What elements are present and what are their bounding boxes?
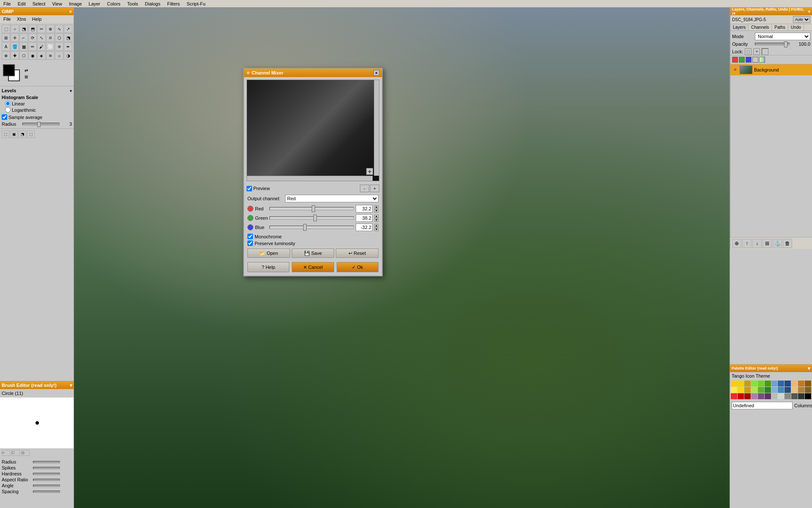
tool-free-select[interactable]: ⬔ <box>19 25 28 33</box>
tool-flip[interactable]: ⬔ <box>64 33 72 42</box>
menu-tools[interactable]: Tools <box>126 1 140 6</box>
preview-checkbox[interactable] <box>247 186 252 191</box>
tool-blend[interactable]: ▦ <box>19 42 28 51</box>
tool-smudge[interactable]: ≋ <box>46 51 55 60</box>
tab-paths[interactable]: Paths <box>772 24 788 30</box>
sample-avg-checkbox[interactable]: Sample average <box>2 114 72 120</box>
red-channel-icon[interactable] <box>732 57 738 63</box>
palette-color-swatch[interactable] <box>798 393 804 399</box>
tool-heal[interactable]: ✚ <box>11 51 19 60</box>
red-inc-btn[interactable]: ▲ <box>374 205 379 209</box>
tool-rotate[interactable]: ⟳ <box>28 33 37 42</box>
open-button[interactable]: 📂 Open <box>247 248 290 258</box>
brush-aspect-ratio-slider[interactable] <box>33 479 60 481</box>
reset-colors-btn[interactable]: ⊠ <box>25 75 28 79</box>
palette-color-swatch[interactable] <box>731 381 737 387</box>
green-inc-btn[interactable]: ▲ <box>374 215 379 218</box>
tab-layers[interactable]: Layers <box>730 24 749 30</box>
preserve-luminosity-row[interactable]: Preserve luminosity <box>247 240 379 246</box>
palette-color-swatch[interactable] <box>738 387 744 393</box>
brush-shape-square[interactable]: □ <box>11 450 20 456</box>
palette-color-swatch[interactable] <box>765 381 771 387</box>
tool-bucket-fill[interactable]: 🪣 <box>11 42 19 51</box>
indexed-icon[interactable] <box>759 57 765 63</box>
layers-filename-dropdown[interactable]: Auto <box>793 16 810 23</box>
palette-color-swatch[interactable] <box>758 393 764 399</box>
tool-paintbrush[interactable]: 🖌 <box>37 42 46 51</box>
palette-color-swatch[interactable] <box>771 381 778 387</box>
brush-shape-diamond[interactable]: ◇ <box>21 450 30 456</box>
menu-file[interactable]: File <box>2 1 13 6</box>
layer-visibility-eye[interactable]: 👁 <box>732 67 738 73</box>
palette-color-swatch[interactable] <box>785 393 791 399</box>
tool-clone[interactable]: ⊕ <box>2 51 10 60</box>
tool-ellipse-select[interactable]: ○ <box>11 25 19 33</box>
toolbox-close-btn[interactable]: × <box>69 9 72 14</box>
red-value-box[interactable]: 32.2 <box>356 205 373 213</box>
lock-checkbox[interactable] <box>762 48 768 55</box>
brush-spikes-slider[interactable] <box>33 467 60 469</box>
menu-script-fu[interactable]: Script-Fu <box>185 1 207 6</box>
palette-color-swatch[interactable] <box>765 393 771 399</box>
menu-edit[interactable]: Edit <box>16 1 27 6</box>
menu-colors[interactable]: Colors <box>105 1 122 6</box>
reset-button[interactable]: ↩ Reset <box>336 248 379 258</box>
tool-scissors[interactable]: ✂ <box>37 25 46 33</box>
tool-perspective[interactable]: ⬡ <box>55 33 63 42</box>
green-slider[interactable] <box>269 216 354 220</box>
menu-select[interactable]: Select <box>31 1 47 6</box>
levels-expand-btn[interactable]: ▾ <box>70 88 72 93</box>
palette-color-swatch[interactable] <box>731 387 737 393</box>
linear-radio[interactable]: Linear <box>5 101 72 106</box>
palette-color-swatch[interactable] <box>758 381 764 387</box>
menu-filters[interactable]: Filters <box>165 1 181 6</box>
brush-angle-slider[interactable] <box>33 485 60 487</box>
blue-channel-icon[interactable] <box>746 57 752 63</box>
ok-action-button[interactable]: ✓ Ok <box>337 262 379 272</box>
monochrome-checkbox[interactable] <box>247 234 253 239</box>
menu-layer[interactable]: Layer <box>87 1 102 6</box>
palette-search-input[interactable] <box>732 402 793 409</box>
palette-color-swatch[interactable] <box>791 393 798 399</box>
palette-color-swatch[interactable] <box>805 393 811 399</box>
palette-color-swatch[interactable] <box>751 381 757 387</box>
tool-option-btn-1[interactable]: ⬚ <box>2 130 9 138</box>
toolbox-menu-file[interactable]: File <box>2 17 13 22</box>
tab-undo[interactable]: Undo <box>788 24 804 30</box>
palette-color-swatch[interactable] <box>805 387 811 393</box>
red-slider[interactable] <box>269 207 354 210</box>
palette-color-swatch[interactable] <box>778 387 784 393</box>
preview-scrollbar-horizontal[interactable] <box>247 176 373 181</box>
palette-color-swatch[interactable] <box>744 381 751 387</box>
palette-color-swatch[interactable] <box>738 381 744 387</box>
lock-position-btn[interactable]: + <box>753 48 760 55</box>
toolbox-menu-xtns[interactable]: Xtns <box>15 17 28 22</box>
tool-option-btn-4[interactable]: ⬚ <box>27 130 35 138</box>
lower-layer-btn[interactable]: ↓ <box>752 239 762 248</box>
help-action-button[interactable]: ? Help <box>247 262 289 272</box>
dialog-titlebar[interactable]: ⊕ Channel Mixer × <box>244 69 382 77</box>
palette-color-swatch[interactable] <box>785 381 791 387</box>
tool-pencil[interactable]: ✏ <box>28 42 37 51</box>
zoom-out-btn[interactable]: - <box>360 185 369 192</box>
palette-color-swatch[interactable] <box>758 387 764 393</box>
tool-fuzzy-select[interactable]: ⬒ <box>28 25 37 33</box>
mode-dropdown[interactable]: Normal <box>755 33 810 40</box>
palette-color-swatch[interactable] <box>751 387 757 393</box>
menu-view[interactable]: View <box>50 1 64 6</box>
opacity-slider[interactable] <box>755 43 790 45</box>
tool-scale[interactable]: ⤡ <box>37 33 46 42</box>
cancel-action-button[interactable]: ✕ Cancel <box>292 262 334 272</box>
dialog-close-btn[interactable]: × <box>373 70 379 76</box>
tool-iscissors[interactable]: ∿ <box>55 25 63 33</box>
palette-color-swatch[interactable] <box>805 381 811 387</box>
palette-color-swatch[interactable] <box>771 387 778 393</box>
tool-option-btn-3[interactable]: ⬔ <box>19 130 26 138</box>
palette-color-swatch[interactable] <box>785 387 791 393</box>
brush-shape-circle[interactable]: ○ <box>2 450 10 456</box>
logarithmic-radio[interactable]: Logarithmic <box>5 107 72 113</box>
palette-color-swatch[interactable] <box>744 387 751 393</box>
radius-slider[interactable] <box>22 123 60 125</box>
zoom-in-btn[interactable]: + <box>370 185 379 192</box>
tool-foreground-select[interactable]: ↗ <box>64 25 72 33</box>
